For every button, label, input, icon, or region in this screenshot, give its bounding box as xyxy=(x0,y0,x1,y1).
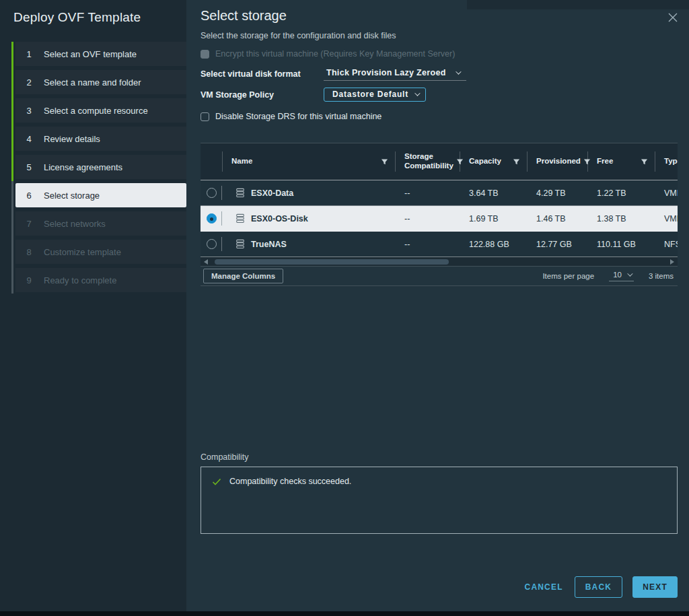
free-cell: 1.38 TB xyxy=(587,206,655,231)
column-header-type[interactable]: Type xyxy=(655,143,678,180)
column-header-free[interactable]: Free xyxy=(587,143,655,180)
page-subtitle: Select the storage for the configuration… xyxy=(201,31,678,40)
column-header-storage-compatibility[interactable]: Storage Compatibility xyxy=(395,143,460,180)
storage-compatibility-cell: -- xyxy=(395,232,460,256)
row-select-cell xyxy=(201,232,222,256)
step-label: Customize template xyxy=(44,247,121,257)
type-cell: NFS xyxy=(655,232,678,256)
column-header-select xyxy=(201,143,222,180)
horizontal-scrollbar[interactable] xyxy=(201,257,678,266)
table-footer: Manage Columns Items per page 10 3 items xyxy=(201,266,678,286)
column-header-label: Free xyxy=(597,157,641,166)
sidebar-item-step-5[interactable]: 5License agreements xyxy=(15,155,186,179)
row-select-cell xyxy=(201,180,222,205)
filter-icon[interactable] xyxy=(381,158,388,166)
datastore-name-cell: ESX0-OS-Disk xyxy=(222,206,395,231)
close-icon[interactable] xyxy=(667,11,679,24)
page-title: Select storage xyxy=(201,8,678,24)
step-label: Ready to complete xyxy=(44,275,116,285)
back-button[interactable]: BACK xyxy=(575,576,622,598)
row-radio[interactable] xyxy=(207,239,217,249)
items-count: 3 items xyxy=(649,272,674,280)
wizard-steps: 1Select an OVF template2Select a name an… xyxy=(15,42,186,296)
disable-drs-label: Disable Storage DRS for this virtual mac… xyxy=(215,112,382,121)
step-number: 6 xyxy=(24,191,34,201)
column-header-capacity[interactable]: Capacity xyxy=(460,143,527,180)
sidebar-item-step-6[interactable]: 6Select storage xyxy=(15,183,186,207)
datastore-icon xyxy=(235,188,245,198)
encrypt-vm-label: Encrypt this virtual machine (Requires K… xyxy=(215,49,455,59)
encrypt-vm-row: Encrypt this virtual machine (Requires K… xyxy=(201,47,678,61)
capacity-cell: 1.69 TB xyxy=(460,206,527,231)
chevron-down-icon xyxy=(456,69,461,74)
compatibility-box: Compatibility checks succeeded. xyxy=(201,467,678,534)
step-label: Review details xyxy=(44,134,100,144)
datastore-row-truenas[interactable]: TrueNAS--122.88 GB12.77 GB110.11 GBNFS xyxy=(201,232,678,257)
bottom-strip xyxy=(0,611,689,616)
sidebar-item-step-3[interactable]: 3Select a compute resource xyxy=(15,98,186,123)
step-label: Select storage xyxy=(44,191,100,201)
datastore-name: TrueNAS xyxy=(251,240,287,249)
datastore-name: ESX0-Data xyxy=(251,189,293,198)
sidebar-item-step-1[interactable]: 1Select an OVF template xyxy=(15,42,186,66)
items-per-page-select[interactable]: 10 xyxy=(609,271,634,281)
storage-policy-label: VM Storage Policy xyxy=(201,90,324,100)
disk-format-value: Thick Provision Lazy Zeroed xyxy=(326,68,446,77)
sidebar-item-step-8[interactable]: 8Customize template xyxy=(15,240,186,264)
column-header-provisioned[interactable]: Provisioned xyxy=(527,143,587,180)
wizard-actions: CANCEL BACK NEXT xyxy=(523,576,678,598)
datastore-row-esx0-os-disk[interactable]: ESX0-OS-Disk--1.69 TB1.46 TB1.38 TBVMFS xyxy=(201,206,678,232)
datastore-icon xyxy=(235,239,245,249)
filter-icon[interactable] xyxy=(641,158,648,166)
step-number: 3 xyxy=(24,106,34,116)
scroll-right-icon[interactable] xyxy=(670,259,674,265)
success-check-icon xyxy=(212,478,221,486)
row-select-cell xyxy=(201,206,222,231)
dialog-title: Deploy OVF Template xyxy=(0,0,186,25)
cancel-button[interactable]: CANCEL xyxy=(523,578,565,596)
datastore-icon xyxy=(235,213,245,224)
capacity-cell: 122.88 GB xyxy=(460,232,527,256)
step-number: 8 xyxy=(24,247,34,257)
row-radio[interactable] xyxy=(207,213,217,224)
storage-compatibility-cell: -- xyxy=(395,206,460,231)
step-label: Select a compute resource xyxy=(44,106,148,116)
progress-rail-remaining xyxy=(11,181,13,294)
sidebar-item-step-9[interactable]: 9Ready to complete xyxy=(15,268,186,292)
row-radio[interactable] xyxy=(207,188,217,198)
manage-columns-button[interactable]: Manage Columns xyxy=(203,269,283,283)
type-cell: VMFS xyxy=(655,206,678,231)
next-button[interactable]: NEXT xyxy=(632,576,678,598)
filter-icon[interactable] xyxy=(513,158,520,166)
chevron-down-icon xyxy=(414,90,420,96)
step-label: Select an OVF template xyxy=(44,49,137,59)
capacity-cell: 3.64 TB xyxy=(460,180,527,205)
column-header-label: Capacity xyxy=(469,157,513,166)
disk-format-select[interactable]: Thick Provision Lazy Zeroed xyxy=(324,68,466,81)
column-header-name[interactable]: Name xyxy=(222,143,395,180)
step-label: License agreements xyxy=(44,162,122,172)
provisioned-cell: 12.77 GB xyxy=(527,232,587,256)
disable-drs-checkbox[interactable] xyxy=(201,112,209,121)
provisioned-cell: 4.29 TB xyxy=(527,180,587,205)
disable-drs-row: Disable Storage DRS for this virtual mac… xyxy=(201,110,678,123)
scroll-left-icon[interactable] xyxy=(204,259,208,265)
wizard-sidebar: Deploy OVF Template 1Select an OVF templ… xyxy=(0,0,186,616)
encrypt-vm-checkbox[interactable] xyxy=(201,50,209,59)
storage-policy-select[interactable]: Datastore Default xyxy=(324,88,426,102)
progress-rail-completed xyxy=(11,42,13,181)
sidebar-item-step-7[interactable]: 7Select networks xyxy=(15,211,186,236)
items-per-page-value: 10 xyxy=(613,271,622,279)
datastore-name: ESX0-OS-Disk xyxy=(251,214,308,224)
select-storage-panel: Select storage Select the storage for th… xyxy=(186,0,689,616)
sidebar-item-step-2[interactable]: 2Select a name and folder xyxy=(15,70,186,94)
scrollbar-thumb[interactable] xyxy=(215,259,449,265)
column-header-label: Name xyxy=(231,157,381,166)
column-header-label: Storage Compatibility xyxy=(404,152,456,171)
chevron-down-icon xyxy=(627,271,632,276)
datastore-row-esx0-data[interactable]: ESX0-Data--3.64 TB4.29 TB1.22 TBVMFS xyxy=(201,180,678,206)
datastore-table: NameStorage CompatibilityCapacityProvisi… xyxy=(201,143,678,286)
sidebar-item-step-4[interactable]: 4Review details xyxy=(15,127,186,151)
compatibility-message: Compatibility checks succeeded. xyxy=(229,477,351,486)
compatibility-section: Compatibility Compatibility checks succe… xyxy=(201,452,678,534)
